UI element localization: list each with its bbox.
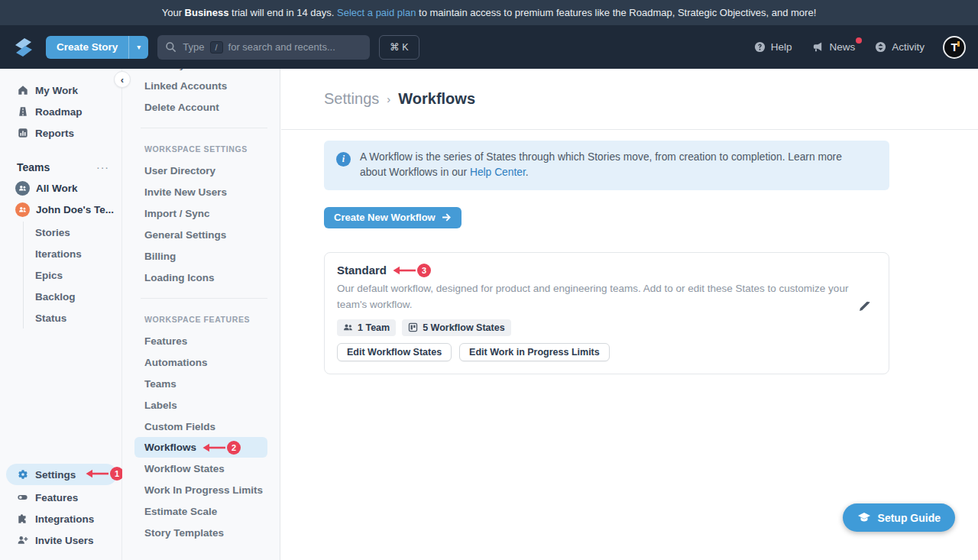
keyboard-shortcut-badge[interactable]: ⌘ K [379,35,419,60]
workflow-badges: 1 Team 5 Workflow States [337,319,876,336]
settings-menu-item-workflow-states[interactable]: Workflow States [122,458,280,479]
news-notification-dot [856,37,862,44]
settings-menu-item-features[interactable]: Features [122,330,280,351]
search-input[interactable]: Type / for search and recents... [157,35,370,60]
setup-guide-button[interactable]: Setup Guide [843,503,955,532]
settings-menu-item-wip-limits[interactable]: Work In Progress Limits [122,479,280,500]
team-label: John Doe's Te... [36,204,114,215]
sidebar-item-settings[interactable]: Settings 1 [6,464,117,485]
create-new-workflow-button[interactable]: Create New Workflow [324,207,461,228]
settings-menu-item-user-directory[interactable]: User Directory [122,160,280,181]
settings-menu-item-teams[interactable]: Teams [122,373,280,394]
sidebar-item-invite-users[interactable]: Invite Users [0,529,121,551]
sidebar-item-integrations[interactable]: Integrations [0,508,121,529]
settings-menu-item-automations[interactable]: Automations [122,351,280,373]
red-arrow-icon [391,265,416,276]
settings-menu-item-security[interactable]: Security [122,69,280,75]
annotation-3: 3 [391,264,431,277]
sidebar-item-label: Features [35,492,78,503]
workspace-settings-header: WORKSPACE SETTINGS [122,138,280,160]
workflow-card-actions: Edit Workflow States Edit Work in Progre… [337,343,876,361]
avatar-accent-mark [957,41,960,47]
chevron-down-icon[interactable]: ▾ [128,36,148,59]
settings-menu-item-estimate-scale[interactable]: Estimate Scale [122,500,280,522]
news-label: News [829,41,855,53]
settings-menu-item-loading-icons[interactable]: Loading Icons [122,267,280,288]
workflow-info-banner: i A Workflow is the series of States thr… [324,141,889,190]
search-placeholder: for search and recents... [228,41,335,53]
shortcut-logo-icon[interactable] [12,36,35,59]
graduation-cap-icon [857,512,871,524]
home-icon [17,85,28,95]
main-content: Settings › Workflows i A Workflow is the… [281,69,978,560]
settings-menu-item-workflows-active[interactable]: Workflows 2 [134,437,267,458]
select-paid-plan-link[interactable]: Select a paid plan [337,7,416,18]
settings-menu-item-story-templates[interactable]: Story Templates [122,522,280,543]
settings-menu-panel: Security Linked Accounts Delete Account … [122,69,280,560]
sidebar-item-epics[interactable]: Epics [35,264,121,286]
settings-menu-item-custom-fields[interactable]: Custom Fields [122,416,280,437]
breadcrumb-settings[interactable]: Settings [324,90,379,108]
team-count-badge: 1 Team [337,319,396,336]
sidebar-item-status[interactable]: Status [35,307,121,329]
settings-menu-item-linked-accounts[interactable]: Linked Accounts [122,75,280,96]
collapse-panel-button[interactable]: ‹ [114,71,131,88]
settings-menu-item-labels[interactable]: Labels [122,394,280,416]
search-icon [165,41,176,53]
workflows-content: i A Workflow is the series of States thr… [281,141,978,374]
sidebar-item-roadmap[interactable]: Roadmap [0,101,121,122]
kanban-board-icon [408,322,418,332]
activity-button[interactable]: Activity [875,41,925,53]
edit-workflow-states-button[interactable]: Edit Workflow States [337,343,452,361]
settings-menu-item-label: Workflows [144,442,196,453]
sidebar-item-my-work[interactable]: My Work [0,79,121,101]
workflow-card-standard: Standard 3 Our default workflow, designe… [324,252,889,374]
workspace-features-header: WORKSPACE FEATURES [122,309,280,330]
user-avatar[interactable]: T [943,36,966,59]
sidebar-item-stories[interactable]: Stories [35,222,121,243]
activity-icon [875,41,886,53]
edit-wip-limits-button[interactable]: Edit Work in Progress Limits [459,343,610,361]
sidebar-item-label: Invite Users [35,535,94,546]
page-title: Workflows [398,90,475,108]
help-center-link[interactable]: Help Center [470,167,526,178]
person-plus-icon [17,535,28,545]
info-icon: i [336,152,351,167]
sidebar-item-iterations[interactable]: Iterations [35,243,121,264]
team-group-icon [15,202,30,217]
settings-menu-item-invite-new-users[interactable]: Invite New Users [122,181,280,202]
news-button[interactable]: News [811,41,855,53]
setup-guide-label: Setup Guide [878,512,941,524]
sidebar-item-backlog[interactable]: Backlog [35,286,121,307]
trial-banner: Your Business trial will end in 14 days.… [0,0,978,25]
annotation-2: 2 [201,441,241,455]
sidebar-item-john-does-team[interactable]: John Doe's Te... [0,199,121,220]
teams-section-header: Teams ··· [0,157,121,177]
sidebar-item-label: Integrations [35,513,94,525]
banner-text: trial will end in 14 days. [228,7,337,18]
people-icon [343,322,353,332]
arrow-right-icon [442,212,452,222]
question-circle-icon [754,41,766,53]
create-story-label: Create Story [46,41,128,53]
reports-icon [17,128,28,138]
sidebar-item-features[interactable]: Features [0,487,121,508]
sidebar-item-all-work[interactable]: All Work [0,177,121,199]
help-button[interactable]: Help [754,41,792,53]
workflow-states-label: 5 Workflow States [423,322,504,333]
red-arrow-icon [201,442,226,453]
roadmap-icon [17,106,28,117]
workflow-states-badge: 5 Workflow States [402,319,510,336]
settings-menu-item-general-settings[interactable]: General Settings [122,224,280,245]
edit-pencil-icon[interactable] [858,300,870,316]
team-sub-list: Stories Iterations Epics Backlog Status [23,222,121,329]
settings-menu-item-delete-account[interactable]: Delete Account [122,96,280,118]
slash-key-hint: / [210,41,223,53]
settings-menu-item-billing[interactable]: Billing [122,245,280,267]
workflow-description: Our default workflow, designed for produ… [337,281,864,313]
sidebar-item-reports[interactable]: Reports [0,122,121,144]
settings-menu-item-import-sync[interactable]: Import / Sync [122,202,280,224]
team-label: All Work [36,183,78,194]
create-story-button[interactable]: Create Story ▾ [46,36,148,59]
teams-menu-button[interactable]: ··· [96,161,109,173]
